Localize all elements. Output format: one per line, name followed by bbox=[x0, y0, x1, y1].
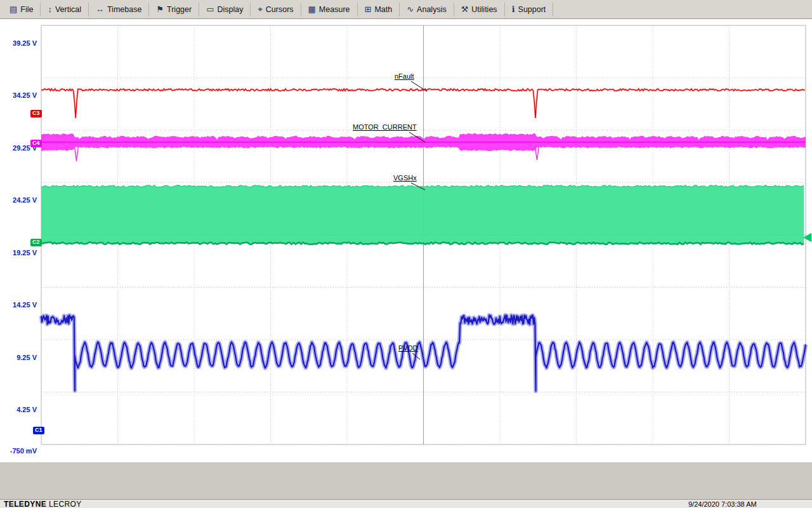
utilities-icon: ⚒ bbox=[461, 5, 469, 13]
y-axis-label: 39.25 V bbox=[1, 39, 37, 47]
channel-offset-marker-c3[interactable]: C3 bbox=[30, 110, 42, 117]
trace-label-pvdd[interactable]: PVDD bbox=[398, 344, 418, 352]
menu-item-label: Support bbox=[518, 5, 546, 14]
y-axis-label: 24.25 V bbox=[1, 196, 37, 204]
channel-offset-marker-c1[interactable]: C1 bbox=[33, 427, 44, 434]
analysis-icon: ∿ bbox=[407, 5, 414, 13]
menu-item-label: Utilities bbox=[471, 5, 497, 14]
menu-item-timebase[interactable]: ↔Timebase bbox=[89, 3, 149, 17]
menu-item-trigger[interactable]: ⚑Trigger bbox=[149, 3, 199, 17]
y-axis-label: 9.25 V bbox=[1, 354, 37, 361]
status-panel: C1 DC1M 5.00 V/div -19.250 V C2 DC1M 10.… bbox=[0, 462, 812, 499]
menu-item-label: Cursors bbox=[266, 5, 294, 14]
math-icon: ⊞ bbox=[365, 5, 372, 13]
menu-item-math[interactable]: ⊞Math bbox=[358, 3, 400, 17]
trace-label-vgshx[interactable]: VGSHx bbox=[393, 174, 417, 182]
file-icon: ▤ bbox=[10, 5, 17, 13]
brand-logo: TELEDYNE LECROY bbox=[4, 500, 82, 508]
menu-bar: ▤File ↕Vertical ↔Timebase ⚑Trigger ▭Disp… bbox=[0, 0, 812, 19]
menu-item-label: Measure bbox=[319, 5, 350, 14]
y-axis-label: 14.25 V bbox=[1, 301, 37, 309]
datetime-display: 9/24/2020 7:03:38 AM bbox=[688, 500, 757, 508]
y-axis-label: 34.25 V bbox=[1, 91, 37, 99]
menu-item-label: Display bbox=[217, 5, 243, 14]
trace-label-nfault[interactable]: nFault bbox=[395, 72, 414, 80]
timebase-icon: ↔ bbox=[96, 5, 104, 13]
menu-item-cursors[interactable]: ⌖Cursors bbox=[251, 3, 301, 17]
menu-item-support[interactable]: ℹSupport bbox=[505, 3, 554, 17]
y-axis-label: 19.25 V bbox=[1, 249, 37, 257]
menu-item-label: Trigger bbox=[167, 5, 192, 14]
support-info-icon: ℹ bbox=[512, 5, 515, 13]
y-axis-label: -750 mV bbox=[1, 447, 37, 455]
menu-item-file[interactable]: ▤File bbox=[3, 3, 41, 17]
menu-item-label: Math bbox=[374, 5, 392, 14]
waveform-svg bbox=[0, 19, 812, 462]
menu-item-utilities[interactable]: ⚒Utilities bbox=[454, 3, 505, 17]
menu-item-label: File bbox=[20, 5, 33, 14]
menu-item-display[interactable]: ▭Display bbox=[199, 3, 251, 17]
channel-offset-marker-c4[interactable]: C4 bbox=[30, 140, 42, 147]
menu-item-vertical[interactable]: ↕Vertical bbox=[41, 3, 89, 17]
menu-item-label: Timebase bbox=[107, 5, 141, 14]
display-icon: ▭ bbox=[206, 5, 214, 13]
measure-icon: ▦ bbox=[308, 5, 316, 13]
footer-bar: TELEDYNE LECROY 9/24/2020 7:03:38 AM bbox=[0, 499, 812, 508]
trace-label-motor-current[interactable]: MOTOR_CURRENT bbox=[353, 123, 417, 131]
menu-item-measure[interactable]: ▦Measure bbox=[301, 3, 358, 17]
menu-item-label: Vertical bbox=[55, 5, 81, 14]
menu-item-label: Analysis bbox=[417, 5, 447, 14]
menu-item-analysis[interactable]: ∿Analysis bbox=[400, 3, 454, 17]
channel-offset-marker-c2[interactable]: C2 bbox=[30, 239, 42, 246]
cursors-icon: ⌖ bbox=[258, 5, 262, 13]
trigger-level-arrow[interactable] bbox=[803, 233, 811, 242]
vertical-icon: ↕ bbox=[48, 5, 52, 13]
waveform-display[interactable]: 39.25 V 34.25 V 29.25 V 24.25 V 19.25 V … bbox=[0, 19, 812, 462]
y-axis-label: 4.25 V bbox=[1, 406, 37, 413]
trigger-flag-icon: ⚑ bbox=[156, 5, 164, 13]
